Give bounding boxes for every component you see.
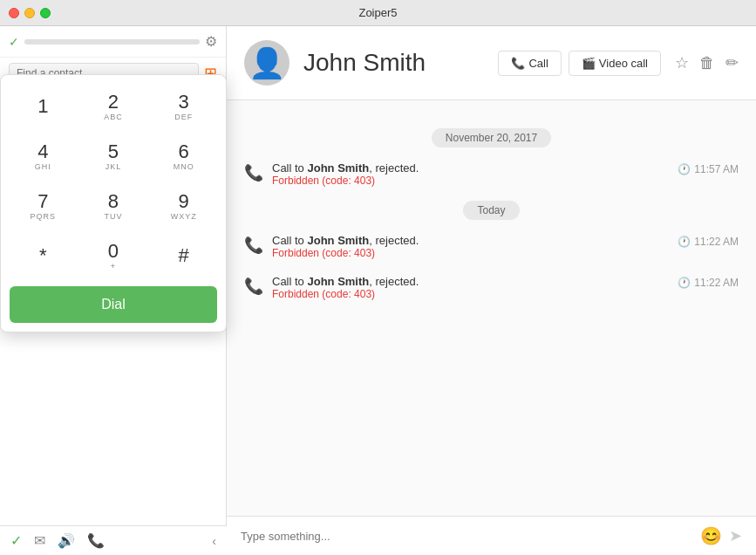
main-content: 👤 John Smith 📞 Call 🎬 Video call ☆ 🗑 ✏ <box>227 26 756 555</box>
send-button[interactable]: ➤ <box>729 526 742 545</box>
dialer-key-star[interactable]: * <box>10 233 77 279</box>
dialer-key-7[interactable]: 7 PQRS <box>10 183 77 230</box>
titlebar: Zoiper5 <box>0 0 756 26</box>
call-error: Forbidden (code: 403) <box>272 288 678 300</box>
contact-header: 👤 John Smith 📞 Call 🎬 Video call ☆ 🗑 ✏ <box>227 26 756 100</box>
table-row: 📞 Call to John Smith, rejected. Forbidde… <box>244 271 739 304</box>
call-text: Call to John Smith, rejected. <box>272 275 678 288</box>
chat-input[interactable] <box>241 530 693 543</box>
maximize-button[interactable] <box>40 8 51 18</box>
dialer-key-0[interactable]: 0 + <box>80 233 147 279</box>
dialer: 1 2 ABC 3 DEF 4 GHI 5 JKL <box>0 74 227 332</box>
clock-icon: 🕐 <box>678 163 691 175</box>
status-check-icon: ✓ <box>10 532 22 549</box>
window-title: Zoiper5 <box>358 6 397 19</box>
app-body: ✓ ⚙ ⊞ Cont... On All On 👤 Jo... <box>0 26 756 555</box>
video-call-button[interactable]: 🎬 Video call <box>569 51 661 76</box>
dialer-grid: 1 2 ABC 3 DEF 4 GHI 5 JKL <box>10 84 217 279</box>
dialer-key-9[interactable]: 9 WXYZ <box>150 183 217 230</box>
action-buttons: 📞 Call 🎬 Video call <box>498 51 661 76</box>
emoji-button[interactable]: 😊 <box>700 525 722 546</box>
table-row: 📞 Call to John Smith, rejected. Forbidde… <box>244 158 739 190</box>
volume-icon: 🔊 <box>58 532 75 549</box>
call-text: Call to John Smith, rejected. <box>272 234 678 247</box>
dialer-key-1[interactable]: 1 <box>10 84 77 130</box>
person-icon: 👤 <box>249 45 285 80</box>
call-time: 🕐 11:22 AM <box>678 277 739 289</box>
close-button[interactable] <box>9 8 19 18</box>
clock-icon: 🕐 <box>678 277 691 289</box>
sidebar-top: ✓ ⚙ <box>0 26 226 58</box>
call-error: Forbidden (code: 403) <box>272 247 678 259</box>
table-row: 📞 Call to John Smith, rejected. Forbidde… <box>244 230 739 263</box>
traffic-lights <box>9 8 51 18</box>
collapse-icon[interactable]: ‹ <box>212 534 216 548</box>
dialer-key-3[interactable]: 3 DEF <box>150 84 217 130</box>
date-divider: November 20, 2017 <box>244 128 739 147</box>
date-divider: Today <box>244 201 739 220</box>
phone-icon: 📞 <box>87 532 105 549</box>
edit-button[interactable]: ✏ <box>725 53 739 72</box>
missed-call-icon: 📞 <box>244 277 263 296</box>
missed-call-icon: 📞 <box>244 163 263 182</box>
chat-input-area: 😊 ➤ <box>227 516 756 555</box>
contact-header-name: John Smith <box>303 49 484 77</box>
chat-area: November 20, 2017 📞 Call to John Smith, … <box>227 100 756 516</box>
statusbar: ✓ ✉ 🔊 📞 ‹ <box>0 525 227 555</box>
gear-icon[interactable]: ⚙ <box>205 33 217 50</box>
call-time: 🕐 11:57 AM <box>678 163 739 175</box>
dialer-key-2[interactable]: 2 ABC <box>80 84 147 130</box>
call-button[interactable]: 📞 Call <box>498 51 561 76</box>
dialer-key-6[interactable]: 6 MNO <box>150 134 217 180</box>
dialer-key-8[interactable]: 8 TUV <box>80 183 147 230</box>
date-badge: Today <box>463 201 519 220</box>
call-text: Call to John Smith, rejected. <box>272 161 678 175</box>
call-error: Forbidden (code: 403) <box>272 175 678 187</box>
dialer-key-4[interactable]: 4 GHI <box>10 134 77 180</box>
contact-header-avatar: 👤 <box>244 40 289 86</box>
sidebar: ✓ ⚙ ⊞ Cont... On All On 👤 Jo... <box>0 26 227 555</box>
status-bar <box>24 39 200 45</box>
delete-button[interactable]: 🗑 <box>699 54 715 72</box>
status-check-icon: ✓ <box>9 35 19 49</box>
date-badge: November 20, 2017 <box>432 128 551 147</box>
email-icon: ✉ <box>34 532 45 549</box>
dialer-key-hash[interactable]: # <box>150 233 217 279</box>
missed-call-icon: 📞 <box>244 236 263 255</box>
dial-button[interactable]: Dial <box>10 286 217 323</box>
phone-icon: 📞 <box>511 57 525 70</box>
dialer-key-5[interactable]: 5 JKL <box>80 134 147 180</box>
favorite-button[interactable]: ☆ <box>675 53 689 72</box>
clock-icon: 🕐 <box>678 236 691 248</box>
header-actions: ☆ 🗑 ✏ <box>675 53 739 72</box>
minimize-button[interactable] <box>24 8 35 18</box>
video-icon: 🎬 <box>582 57 596 70</box>
call-time: 🕐 11:22 AM <box>678 236 739 248</box>
